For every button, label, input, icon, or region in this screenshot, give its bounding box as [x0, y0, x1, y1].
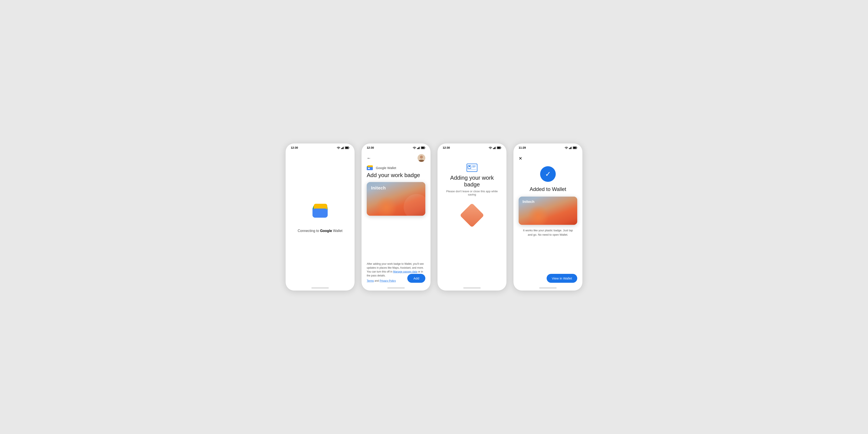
svg-rect-13: [417, 148, 418, 149]
screen2-content: ← Google Wallet: [362, 151, 431, 284]
phone-screen-1: 12:30: [285, 143, 355, 291]
check-mark-icon: ✓: [545, 170, 551, 178]
phone-screen-4: 11:29: [513, 143, 583, 291]
svg-point-21: [420, 156, 423, 159]
svg-rect-15: [419, 147, 420, 149]
svg-rect-33: [501, 147, 501, 148]
connecting-brand: Google: [320, 229, 332, 232]
svg-rect-43: [570, 148, 570, 149]
status-icons-1: [337, 147, 349, 149]
gw-logo: [367, 165, 374, 170]
view-in-wallet-button[interactable]: View in Wallet: [547, 274, 577, 283]
diamond-loader: [460, 203, 484, 227]
phone-screen-2: 12:30: [361, 143, 431, 291]
badge-name-2: Initech: [371, 186, 386, 190]
svg-rect-45: [571, 147, 572, 149]
home-bar-line-4: [539, 287, 557, 288]
svg-rect-47: [577, 147, 577, 148]
added-description: It works like your plastic badge. Just t…: [519, 228, 577, 237]
signal-icon-2: [417, 147, 420, 149]
time-3: 12:30: [443, 146, 450, 149]
svg-rect-40: [468, 169, 476, 170]
status-bar-2: 12:30: [362, 144, 431, 151]
svg-rect-26: [368, 168, 370, 169]
home-bar-3: [437, 284, 506, 290]
gw-label: Google Wallet: [376, 166, 396, 170]
time-1: 12:30: [291, 146, 298, 149]
svg-rect-42: [569, 148, 569, 149]
connecting-suffix: Wallet: [332, 229, 342, 232]
svg-rect-2: [342, 148, 343, 149]
battery-icon-4: [573, 147, 577, 149]
badge-name-4: Initech: [523, 199, 534, 204]
svg-rect-29: [494, 148, 495, 149]
svg-rect-35: [467, 164, 477, 172]
svg-rect-3: [343, 147, 343, 149]
battery-icon-2: [421, 147, 425, 149]
svg-rect-30: [495, 147, 495, 149]
status-bar-1: 12:30: [286, 144, 354, 151]
back-button[interactable]: ←: [367, 156, 371, 161]
time-2: 12:30: [367, 146, 374, 149]
svg-rect-38: [472, 166, 476, 166]
svg-rect-4: [344, 147, 344, 149]
status-bar-4: 11:29: [514, 144, 582, 151]
svg-point-27: [490, 149, 491, 149]
battery-icon-3: [497, 147, 501, 149]
wifi-icon: [337, 147, 340, 149]
home-bar-line-2: [388, 287, 405, 288]
svg-rect-34: [497, 147, 500, 148]
home-bar-1: [286, 284, 354, 290]
svg-rect-39: [472, 167, 475, 167]
svg-rect-14: [418, 148, 418, 149]
close-button[interactable]: ✕: [519, 156, 522, 161]
wallet-logo-svg: [311, 202, 329, 219]
add-button[interactable]: Add: [407, 274, 425, 283]
phone-screen-3: 12:30: [437, 143, 507, 291]
screen4-content: ✕ ✓ Added to Wallet Initech It works lik…: [514, 151, 582, 284]
orange-blob-4: [527, 205, 549, 225]
added-title: Added to Wallet: [530, 186, 566, 192]
svg-point-41: [566, 149, 566, 149]
status-icons-3: [489, 147, 501, 149]
adding-title: Adding your work badge: [443, 175, 501, 188]
svg-rect-7: [345, 147, 348, 148]
svg-rect-44: [571, 147, 571, 149]
orange-blob: [375, 196, 397, 216]
status-bar-3: 12:30: [437, 144, 506, 151]
connecting-prefix: Connecting to: [298, 229, 320, 232]
svg-rect-1: [341, 148, 342, 149]
wallet-logo: [311, 202, 329, 219]
badge-card-2: Initech: [367, 182, 425, 216]
svg-rect-11: [312, 209, 328, 218]
svg-rect-19: [422, 147, 424, 148]
manage-passes-link[interactable]: Manage passes data: [393, 270, 417, 273]
svg-point-37: [469, 166, 470, 167]
check-circle: ✓: [540, 166, 556, 182]
status-icons-2: [413, 147, 425, 149]
privacy-link[interactable]: Privacy Policy: [379, 279, 396, 282]
terms-link[interactable]: Terms: [367, 279, 374, 282]
home-bar-line-3: [463, 287, 480, 288]
wifi-icon-3: [489, 147, 492, 149]
signal-icon-3: [493, 147, 496, 149]
status-icons-4: [565, 147, 577, 149]
signal-icon-4: [569, 147, 572, 149]
time-4: 11:29: [519, 146, 526, 149]
add-badge-title: Add your work badge: [367, 172, 425, 179]
screen1-content: Connecting to Google Wallet: [286, 151, 354, 284]
screens-container: 12:30: [285, 143, 583, 291]
gw-header: Google Wallet: [367, 165, 425, 170]
wallet-logo-container: [311, 202, 329, 219]
svg-rect-48: [573, 147, 576, 148]
battery-icon: [345, 147, 349, 149]
svg-rect-16: [420, 147, 420, 149]
connecting-text: Connecting to Google Wallet: [298, 229, 343, 233]
svg-point-12: [414, 149, 415, 149]
id-card-icon: [467, 164, 477, 172]
adding-subtitle: Please don't leave or close this app whi…: [443, 190, 501, 196]
user-avatar[interactable]: [417, 154, 425, 162]
wifi-icon-4: [565, 147, 568, 149]
signal-icon: [341, 147, 344, 149]
svg-rect-18: [425, 147, 425, 148]
